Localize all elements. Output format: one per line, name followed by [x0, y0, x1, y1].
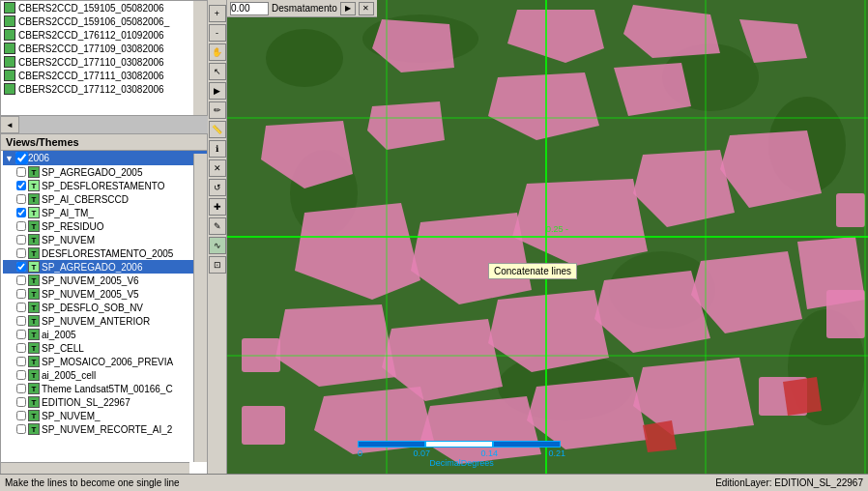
layer-item[interactable]: CBERS2CCD_177111_03082006 — [1, 69, 207, 82]
map-area[interactable]: 0.25 - Concatenate lines — [227, 0, 868, 474]
theme-type-icon: T — [28, 261, 40, 273]
layer-item[interactable]: CBERS2CCD_176112_01092006 — [1, 28, 207, 42]
theme-checkbox[interactable] — [16, 316, 26, 326]
theme-name: ai_2005_cell — [42, 370, 96, 381]
theme-item[interactable]: T SP_AI_CBERSCCD — [3, 192, 207, 206]
theme-item[interactable]: T SP_NUVEM — [3, 233, 207, 246]
split-button[interactable]: ⊡ — [209, 256, 226, 274]
svg-rect-34 — [836, 193, 865, 227]
theme-item[interactable]: T SP_NUVEM_2005_V6 — [3, 274, 207, 287]
theme-checkbox[interactable] — [16, 330, 26, 339]
arrow-button[interactable]: ▶ — [209, 82, 226, 100]
theme-checkbox[interactable] — [16, 262, 26, 272]
theme-checkbox[interactable] — [16, 181, 26, 190]
layer-item[interactable]: CBERS2CCD_177109_03082006 — [1, 42, 207, 55]
theme-name: SP_NUVEM_ — [42, 411, 101, 421]
theme-checkbox[interactable] — [16, 289, 26, 299]
theme-type-icon: T — [28, 383, 40, 394]
theme-name: SP_CELL — [42, 343, 84, 354]
scale-label-1: 0.07 — [413, 448, 430, 458]
themes-scrollbar-vertical[interactable] — [193, 154, 207, 462]
coord-clear-button[interactable]: ✕ — [359, 2, 374, 15]
scale-unit: DecimalDegrees — [429, 458, 494, 468]
rotate-button[interactable]: ↺ — [209, 179, 226, 196]
concat-button[interactable]: ∿ — [209, 237, 226, 254]
theme-checkbox[interactable] — [16, 384, 26, 393]
draw-button[interactable]: ✏ — [209, 101, 226, 119]
layer-color-icon — [4, 29, 15, 41]
theme-item[interactable]: T SP_NUVEM_RECORTE_AI_2 — [3, 422, 207, 436]
theme-name: SP_AI_TM_ — [42, 208, 94, 218]
move-button[interactable]: ✚ — [209, 198, 226, 216]
theme-checkbox[interactable] — [16, 194, 26, 204]
theme-checkbox[interactable] — [16, 397, 26, 407]
theme-checkbox[interactable] — [16, 167, 26, 177]
theme-item[interactable]: T SP_NUVEM_ — [3, 409, 207, 422]
theme-checkbox[interactable] — [16, 411, 26, 420]
theme-item[interactable]: T Theme Landsat5TM_00166_C — [3, 382, 207, 395]
group-checkbox[interactable] — [15, 152, 28, 164]
scale-label-0: 0 — [358, 448, 362, 458]
theme-item[interactable]: T SP_AI_TM_ — [3, 206, 207, 219]
theme-item[interactable]: T SP_DESFLORESTAMENTO — [3, 179, 207, 192]
theme-item[interactable]: T SP_NUVEM_2005_V5 — [3, 287, 207, 301]
theme-type-icon: T — [28, 302, 40, 313]
zoom-out-button[interactable]: - — [209, 24, 226, 42]
theme-name: SP_NUVEM_2005_V6 — [42, 275, 139, 286]
measure-button[interactable]: 📏 — [209, 121, 226, 138]
theme-item[interactable]: T SP_AGREGADO_2006 — [3, 260, 207, 274]
theme-name: SP_MOSAICO_2006_PREVIA — [42, 357, 173, 367]
theme-item[interactable]: T SP_AGREGADO_2005 — [3, 165, 207, 179]
theme-checkbox[interactable] — [16, 357, 26, 366]
theme-item[interactable]: T DESFLORESTAMENTO_2005 — [3, 246, 207, 260]
theme-type-icon: T — [28, 207, 40, 218]
theme-checkbox[interactable] — [16, 235, 26, 245]
layer-name: CBERS2CCD_177110_03082006 — [18, 57, 164, 68]
theme-checkbox[interactable] — [16, 370, 26, 380]
theme-checkbox[interactable] — [16, 208, 26, 217]
status-bar: Make the lines to become one single line… — [0, 474, 868, 491]
theme-name: SP_AGREGADO_2006 — [42, 262, 143, 273]
theme-checkbox[interactable] — [16, 275, 26, 285]
theme-item[interactable]: T ai_2005 — [3, 328, 207, 341]
theme-item[interactable]: T EDITION_SL_22967 — [3, 395, 207, 409]
theme-item[interactable]: T ai_2005_cell — [3, 368, 207, 382]
theme-checkbox[interactable] — [16, 303, 26, 312]
theme-item[interactable]: T SP_MOSAICO_2006_PREVIA — [3, 355, 207, 368]
layer-item[interactable]: CBERS2CCD_159105_05082006 — [1, 1, 207, 14]
zoom-in-button[interactable]: + — [209, 5, 226, 22]
theme-name: SP_RESIDUO — [42, 221, 103, 232]
edit-button[interactable]: ✎ — [209, 217, 226, 235]
top-panel-scrollbar[interactable] — [193, 1, 207, 115]
layer-color-icon — [4, 15, 15, 27]
theme-group-header[interactable]: ▼ 2006 — [3, 151, 207, 165]
theme-type-icon: T — [28, 166, 40, 178]
theme-item[interactable]: T SP_DESFLO_SOB_NV — [3, 301, 207, 314]
coord-go-button[interactable]: ▶ — [340, 2, 356, 15]
themes-panel: Views/Themes ▼ 2006 T SP_AGREGADO_2005 T… — [0, 133, 208, 477]
theme-name: SP_DESFLO_SOB_NV — [42, 303, 143, 313]
theme-checkbox[interactable] — [16, 248, 26, 258]
theme-item[interactable]: T SP_NUVEM_ANTERIOR — [3, 314, 207, 328]
select-button[interactable]: ↖ — [209, 63, 226, 80]
theme-checkbox[interactable] — [16, 221, 26, 231]
layer-item[interactable]: CBERS2CCD_177112_03082006 — [1, 82, 207, 96]
themes-list[interactable]: ▼ 2006 T SP_AGREGADO_2005 T SP_DESFLORES… — [1, 151, 207, 473]
layer-name: CBERS2CCD_159105_05082006 — [18, 3, 164, 14]
scale-bar-area: 0 0.07 0.14 0.21 DecimalDegrees — [358, 433, 628, 472]
pan-button[interactable]: ✋ — [209, 43, 226, 61]
theme-name: SP_DESFLORESTAMENTO — [42, 181, 164, 191]
theme-item[interactable]: T SP_CELL — [3, 341, 207, 355]
layer-item[interactable]: CBERS2CCD_177110_03082006 — [1, 55, 207, 69]
coord-input[interactable] — [230, 2, 269, 15]
theme-name: EDITION_SL_22967 — [42, 397, 130, 408]
theme-type-icon: T — [28, 396, 40, 408]
theme-item[interactable]: T SP_RESIDUO — [3, 219, 207, 233]
theme-checkbox[interactable] — [16, 424, 26, 434]
delete-button[interactable]: ✕ — [209, 159, 226, 177]
layer-item[interactable]: CBERS2CCD_159106_05082006_ — [1, 14, 207, 28]
theme-type-icon: T — [28, 274, 40, 286]
theme-checkbox[interactable] — [16, 343, 26, 353]
info-button[interactable]: ℹ — [209, 140, 226, 158]
theme-type-icon: T — [28, 220, 40, 232]
